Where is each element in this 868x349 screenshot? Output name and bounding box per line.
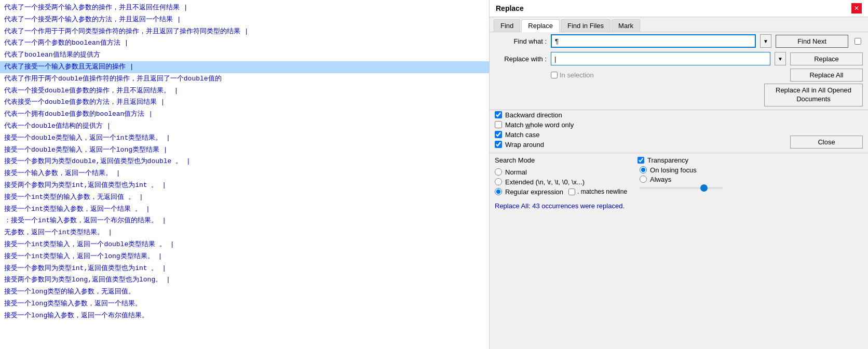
transparency-options: On losing focus Always	[640, 166, 863, 189]
transparency-slider-container	[640, 187, 863, 189]
editor-line: 代表了boolean值结果的提供方	[0, 49, 489, 61]
editor-line: 接受一个int类型的输入参数，无返回值 。 |	[0, 192, 489, 204]
on-losing-focus-row: On losing focus	[640, 166, 863, 174]
tab-replace[interactable]: Replace	[521, 19, 560, 32]
editor-line: 代表了接受一个输入参数且无返回的操作 |	[0, 61, 489, 73]
options-section: Backward direction Match whole word only…	[490, 111, 868, 152]
dialog-title: Replace	[496, 4, 524, 12]
tab-mark[interactable]: Mark	[612, 19, 640, 32]
editor-line: 接受一个double类型输入，返回一个int类型结果。 |	[0, 132, 489, 144]
editor-line: 代表一个接受double值参数的操作，并且不返回结果。 |	[0, 85, 489, 97]
transparency-slider[interactable]	[640, 187, 723, 189]
tabs-bar: Find Replace Find in Files Mark	[490, 17, 868, 32]
matches-newline-container: . matches newline	[568, 188, 627, 195]
match-whole-word-checkbox[interactable]	[495, 121, 502, 128]
replace-all-button[interactable]: Replace All	[790, 69, 863, 82]
replace-with-label: Replace with :	[495, 55, 547, 63]
editor-line: 接受一个参数同为类型double,返回值类型也为double 。 |	[0, 156, 489, 168]
transparency-label: Transparency	[647, 156, 688, 164]
tab-find[interactable]: Find	[494, 19, 520, 32]
in-selection-container: In selection	[551, 70, 594, 80]
always-row: Always	[640, 176, 863, 183]
transparency-label-row: Transparency	[638, 156, 863, 164]
tab-find-in-files[interactable]: Find in Files	[561, 19, 611, 32]
on-losing-focus-label: On losing focus	[650, 166, 697, 174]
find-next-check[interactable]	[855, 38, 861, 45]
find-what-dropdown[interactable]: ▼	[760, 34, 771, 48]
editor-line: 接受一个int类型输入，返回一个double类型结果 。 |	[0, 239, 489, 251]
transparency-checkbox[interactable]	[638, 157, 644, 164]
editor-line: 接受一个long类型输入参数，返回一个结果。	[0, 298, 489, 310]
editor-line: 代表了一个两个参数的boolean值方法 |	[0, 37, 489, 49]
backward-direction-row: Backward direction	[495, 111, 574, 119]
find-next-button[interactable]: Find Next	[776, 35, 848, 48]
close-button[interactable]: Close	[790, 136, 863, 149]
replace-with-dropdown[interactable]: ▼	[775, 52, 786, 65]
editor-line: 接受一个int类型输入参数，返回一个结果 。 |	[0, 204, 489, 216]
find-next-checkbox-area	[852, 38, 863, 45]
match-case-checkbox[interactable]	[495, 131, 502, 138]
editor-line: 接受一个输入参数，返回一个结果。 |	[0, 168, 489, 180]
status-message: Replace All: 43 occurrences were replace…	[490, 198, 868, 214]
editor-line: 接受一个long输入参数，返回一个布尔值结果。	[0, 310, 489, 322]
extended-radio[interactable]	[495, 178, 502, 185]
editor-line: 接受一个long类型的输入参数，无返回值。	[0, 286, 489, 298]
matches-newline-checkbox[interactable]	[568, 189, 575, 195]
editor-line: 代表接受一个double值参数的方法，并且返回结果 |	[0, 97, 489, 109]
extended-label: Extended (\n, \r, \t, \0, \x...)	[505, 178, 585, 186]
find-what-label: Find what :	[495, 37, 547, 45]
regular-expression-radio[interactable]	[495, 188, 502, 195]
editor-area: 代表了一个接受两个输入参数的操作，并且不返回任何结果 |代表了一个接受两个输入参…	[0, 0, 489, 349]
match-whole-word-row: Match whole word only	[495, 121, 574, 129]
always-radio[interactable]	[640, 176, 647, 183]
replace-dialog: Replace ✕ Find Replace Find in Files Mar…	[489, 0, 868, 349]
dialog-title-bar: Replace ✕	[490, 0, 868, 17]
normal-radio-row: Normal	[495, 168, 627, 176]
editor-line: 接受一个参数同为类型int,返回值类型也为int 。 |	[0, 263, 489, 275]
regular-expression-radio-row: Regular expression . matches newline	[495, 188, 627, 196]
replace-all-docs-row: Replace All in All Opened Documents	[490, 84, 868, 109]
editor-line: 接受一个double类型输入，返回一个long类型结果 |	[0, 144, 489, 156]
always-label: Always	[650, 176, 671, 183]
editor-line: 无参数，返回一个int类型结果。 |	[0, 227, 489, 239]
in-selection-row: In selection Replace All	[490, 68, 868, 84]
extended-radio-row: Extended (\n, \r, \t, \0, \x...)	[495, 178, 627, 186]
search-mode-section: Search Mode Normal Extended (\n, \r, \t,…	[490, 154, 868, 198]
replace-all-docs-button[interactable]: Replace All in All Opened Documents	[764, 84, 863, 106]
normal-label: Normal	[505, 168, 527, 176]
backward-direction-checkbox[interactable]	[495, 111, 502, 118]
wrap-around-label: Wrap around	[505, 141, 544, 149]
checkboxes-left: Backward direction Match whole word only…	[495, 111, 574, 149]
editor-line: 代表了一个接受两个输入参数的方法，并且返回一个结果 |	[0, 14, 489, 26]
dialog-close-button[interactable]: ✕	[851, 3, 862, 14]
wrap-around-checkbox[interactable]	[495, 141, 502, 148]
editor-line: ：接受一个int输入参数，返回一个布尔值的结果。 |	[0, 215, 489, 227]
transparency-section: Transparency On losing focus Always	[638, 156, 863, 189]
search-mode-left: Search Mode Normal Extended (\n, \r, \t,…	[495, 156, 627, 196]
editor-line: 代表了一个接受两个输入参数的操作，并且不返回任何结果 |	[0, 2, 489, 14]
search-mode-label: Search Mode	[495, 156, 627, 164]
replace-with-row: Replace with : ▼ Replace	[490, 50, 868, 68]
find-what-input[interactable]	[551, 34, 756, 48]
wrap-around-row: Wrap around	[495, 141, 574, 149]
match-whole-word-label: Match whole word only	[505, 121, 574, 129]
editor-line: 代表了一个作用于于两个同类型操作符的操作，并且返回了操作符同类型的结果 |	[0, 26, 489, 38]
close-btn-area: Close	[790, 111, 863, 149]
match-case-row: Match case	[495, 131, 574, 139]
editor-line: 代表一个拥有double值参数的boolean值方法 |	[0, 109, 489, 120]
replace-button[interactable]: Replace	[790, 52, 863, 65]
matches-newline-label: . matches newline	[577, 188, 627, 195]
regular-expression-label: Regular expression	[505, 188, 563, 196]
normal-radio[interactable]	[495, 168, 502, 176]
replace-with-input[interactable]	[551, 52, 770, 65]
editor-line: 接受两个参数同为类型long,返回值类型也为long。 |	[0, 274, 489, 286]
backward-direction-label: Backward direction	[505, 111, 562, 119]
editor-line: 接受两个参数同为类型int,返回值类型也为int 。 |	[0, 180, 489, 192]
editor-line: 接受一个int类型输入，返回一个long类型结果。 |	[0, 251, 489, 263]
find-what-row: Find what : ▼ Find Next	[490, 32, 868, 50]
on-losing-focus-radio[interactable]	[640, 166, 647, 173]
editor-line: 代表了作用于两个double值操作符的操作，并且返回了一个double值的	[0, 73, 489, 85]
in-selection-checkbox[interactable]	[551, 72, 558, 78]
match-case-label: Match case	[505, 131, 539, 139]
editor-line: 代表一个double值结构的提供方 |	[0, 120, 489, 132]
